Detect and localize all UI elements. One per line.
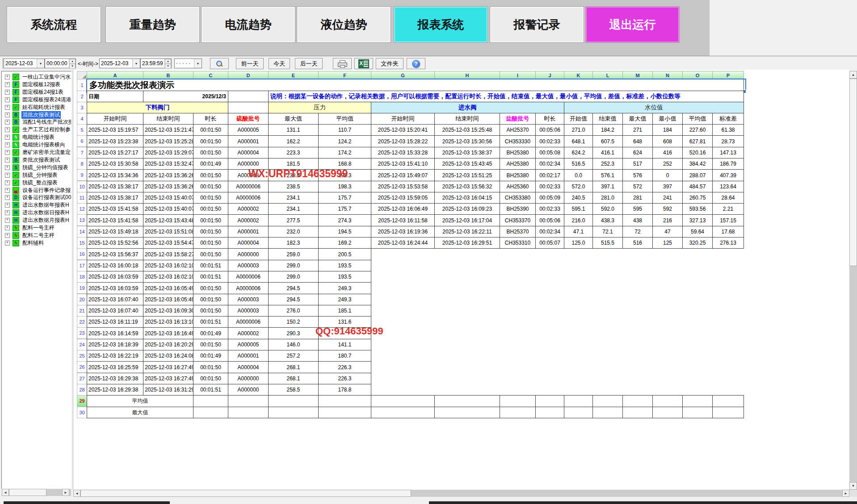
tree-item[interactable]: +B混批次报表测试 [2, 111, 71, 119]
data-cell[interactable]: 00:05:08 [535, 147, 564, 158]
data-cell[interactable]: 2025-12-03 16:19:36 [371, 226, 435, 237]
data-cell[interactable]: 281 [622, 192, 653, 204]
data-cell[interactable]: CH353330 [500, 135, 536, 147]
data-cell[interactable]: 2025-12-03 16:00:18 [87, 260, 143, 271]
data-cell[interactable]: 2025-12-03 15:33:28 [371, 147, 435, 158]
empty-cell[interactable] [500, 407, 536, 418]
data-cell[interactable]: 00:01:50 [193, 192, 228, 204]
tree-scroll-right-icon[interactable]: ► [62, 489, 69, 496]
data-cell[interactable]: 00:01:50 [193, 147, 228, 158]
tree-item-label[interactable]: 脱硫_分钟均值报表 [21, 164, 69, 171]
data-cell[interactable]: 182.3 [268, 237, 319, 249]
field-header-cell[interactable]: 时长 [535, 113, 564, 125]
row-header-26[interactable]: 26 [77, 361, 87, 373]
data-cell[interactable]: 290.3 [268, 327, 319, 339]
data-cell[interactable]: 384.42 [682, 158, 713, 170]
data-cell[interactable]: 186.79 [712, 158, 744, 170]
data-cell[interactable]: A000001 [228, 226, 269, 237]
data-cell[interactable]: 2025-12-03 15:53:58 [371, 181, 435, 192]
data-cell[interactable]: 268.1 [268, 373, 319, 384]
tree-item[interactable]: +✓一枝山工业集中污水 [2, 73, 71, 81]
data-cell[interactable]: 274.3 [318, 214, 371, 226]
data-cell[interactable]: 268.1 [268, 361, 319, 373]
nav-button-exit-run[interactable]: 退出运行 [585, 6, 680, 43]
data-cell[interactable]: 147.13 [712, 147, 744, 158]
empty-cell[interactable] [652, 407, 683, 418]
expand-plus-icon[interactable]: + [5, 142, 10, 147]
data-cell[interactable]: CH353370 [500, 214, 536, 226]
data-cell[interactable]: 157.15 [712, 214, 744, 226]
group-feed-valve[interactable]: 下料阀门 [87, 102, 228, 113]
data-cell[interactable]: 2025-12-03 16:06:49 [371, 203, 435, 215]
data-cell[interactable]: 2025-12-03 15:21:47 [143, 124, 193, 136]
col-header-M[interactable]: M [622, 71, 653, 79]
row-header-5[interactable]: 5 [77, 124, 87, 136]
empty-cell[interactable] [564, 395, 593, 407]
data-cell[interactable]: A000004 [228, 147, 269, 158]
data-cell[interactable]: 00:05:06 [535, 214, 564, 226]
data-cell[interactable]: 2025-12-03 16:03:59 [87, 282, 143, 294]
data-cell[interactable]: 00:01:50 [193, 373, 228, 384]
row-header-20[interactable]: 20 [77, 294, 87, 305]
expand-plus-icon[interactable]: + [5, 180, 10, 185]
data-cell[interactable]: 576.1 [592, 169, 623, 181]
row-header-24[interactable]: 24 [77, 339, 87, 350]
data-cell[interactable]: 2025-12-03 15:20:41 [371, 124, 435, 136]
data-cell[interactable]: 397.1 [592, 181, 623, 192]
field-header-cell[interactable]: 最小值 [652, 113, 683, 125]
expand-plus-icon[interactable]: + [5, 105, 10, 110]
data-cell[interactable]: BH25380 [500, 169, 536, 181]
data-cell[interactable]: A000003 [228, 260, 269, 271]
spin-down-icon[interactable]: ▼ [165, 64, 171, 69]
data-cell[interactable]: A000005 [228, 124, 269, 136]
data-cell[interactable]: 234.1 [268, 192, 319, 204]
data-cell[interactable]: 2025-12-03 15:38:17 [87, 181, 143, 192]
tree-item-label[interactable]: 配料一号主秤 [21, 224, 55, 232]
data-cell[interactable]: 2025-12-03 15:40:07 [143, 203, 193, 215]
data-cell[interactable]: 174.2 [318, 147, 371, 158]
empty-cell[interactable] [622, 395, 653, 407]
expand-plus-icon[interactable]: + [5, 90, 10, 95]
tree-item-label[interactable]: 混配1号线生产批次报 [21, 118, 71, 126]
empty-cell[interactable] [434, 407, 500, 418]
data-cell[interactable]: 00:01:50 [193, 237, 228, 249]
tree-item-label[interactable]: 进出水数据日报表H [21, 209, 70, 217]
data-cell[interactable]: 00:01:51 [193, 260, 228, 271]
expand-plus-icon[interactable]: + [5, 188, 10, 193]
end-date-combobox[interactable]: 2025-12-03 ▼ [99, 58, 140, 68]
tree-item[interactable]: +ϟ配料一号主秤 [2, 224, 71, 232]
data-cell[interactable]: 00:01:50 [193, 282, 228, 294]
data-cell[interactable]: 2025-12-03 16:09:23 [434, 203, 500, 215]
empty-cell[interactable] [268, 395, 319, 407]
group-water-level[interactable]: 水位值 [564, 102, 744, 113]
data-cell[interactable]: 175.7 [318, 192, 371, 204]
data-cell[interactable]: 00:01:50 [193, 169, 228, 181]
data-cell[interactable]: A000005 [228, 339, 269, 350]
data-cell[interactable]: BH25370 [500, 226, 536, 237]
row-header-28[interactable]: 28 [77, 384, 87, 396]
row-header-4[interactable]: 4 [77, 113, 87, 125]
expand-plus-icon[interactable]: + [5, 233, 10, 238]
data-cell[interactable]: A000004 [228, 237, 269, 249]
field-header-cell[interactable]: 结束值 [592, 113, 623, 125]
data-cell[interactable]: 397 [652, 181, 683, 192]
data-cell[interactable]: 241 [652, 192, 683, 204]
expand-plus-icon[interactable]: + [5, 195, 10, 200]
data-cell[interactable]: A000003 [228, 305, 269, 317]
tree-item-label[interactable]: 设备运行事件记录报 [21, 187, 71, 194]
empty-cell[interactable] [228, 407, 269, 418]
row-header-2[interactable]: 2 [77, 91, 87, 102]
prev-day-button[interactable]: 前一天 [236, 58, 264, 69]
col-header-F[interactable]: F [318, 71, 371, 79]
col-header-A[interactable]: A [87, 71, 143, 79]
nav-button-report-system[interactable]: 报表系统 [394, 6, 488, 43]
data-cell[interactable]: 00:01:50 [193, 124, 228, 136]
data-cell[interactable]: AH25360 [500, 181, 536, 192]
data-cell[interactable]: 438 [622, 214, 653, 226]
field-header-cell[interactable]: 平均值 [682, 113, 713, 125]
tree-item-label[interactable]: 固定模板报表24清港 [21, 96, 71, 104]
data-cell[interactable]: 238.5 [268, 181, 319, 192]
col-header-I[interactable]: I [500, 71, 536, 79]
expand-plus-icon[interactable]: + [5, 135, 10, 140]
data-cell[interactable]: 2.21 [712, 203, 744, 215]
